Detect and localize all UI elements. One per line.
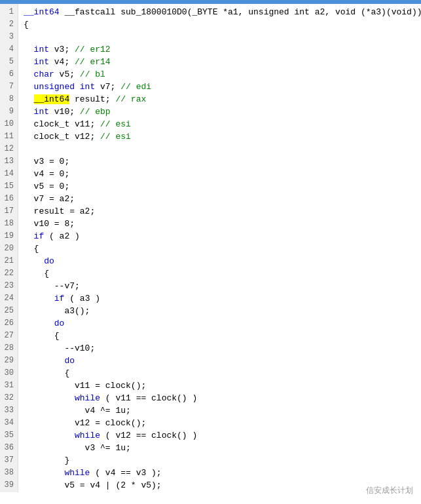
line-number: 9 bbox=[3, 106, 14, 119]
code-token: ( v12 == clock() ) bbox=[100, 431, 197, 440]
line-number: 27 bbox=[3, 330, 14, 343]
line-number: 6 bbox=[3, 69, 14, 81]
code-token: { bbox=[24, 331, 60, 341]
code-token: { bbox=[24, 269, 49, 279]
code-line: v12 = clock(); bbox=[24, 417, 416, 430]
line-number: 3 bbox=[3, 31, 14, 44]
watermark: 信安成长计划 bbox=[366, 485, 413, 496]
code-line: v4 ^= 1u; bbox=[24, 405, 416, 417]
highlighted-token: __int64 bbox=[34, 94, 70, 104]
keyword-token: if bbox=[24, 294, 64, 303]
code-line: unsigned int v7; // edi bbox=[24, 81, 416, 94]
code-token: v4 = 0; bbox=[24, 169, 69, 179]
keyword-token: __int64 bbox=[24, 7, 60, 17]
code-line: --v10; bbox=[24, 343, 416, 355]
comment-token: // bl bbox=[80, 69, 105, 79]
line-number: 20 bbox=[3, 243, 14, 256]
line-number: 10 bbox=[3, 119, 14, 131]
comment-token: // esi bbox=[100, 119, 131, 129]
line-number: 22 bbox=[3, 268, 14, 281]
code-line: while ( v11 == clock() ) bbox=[24, 393, 416, 405]
keyword-token: while bbox=[24, 393, 100, 403]
line-number: 29 bbox=[3, 355, 14, 368]
line-number: 31 bbox=[3, 380, 14, 393]
code-line: a3(); bbox=[24, 305, 416, 318]
code-line: do bbox=[24, 318, 416, 330]
keyword-token: unsigned int bbox=[24, 82, 95, 92]
code-container: 1234567891011121314151617181920212223242… bbox=[0, 4, 421, 492]
comment-token: // rax bbox=[115, 94, 146, 104]
code-token: { bbox=[24, 20, 29, 29]
code-line: v10 = 8; bbox=[24, 218, 416, 231]
line-number: 34 bbox=[3, 417, 14, 430]
code-token: ( v4 == v3 ); bbox=[90, 468, 161, 478]
line-number: 13 bbox=[3, 156, 14, 168]
comment-token: // edi bbox=[120, 82, 151, 92]
code-token bbox=[24, 94, 34, 104]
code-token: { bbox=[24, 244, 39, 254]
code-line: v11 = clock(); bbox=[24, 380, 416, 393]
keyword-token: if bbox=[24, 231, 44, 241]
code-line: do bbox=[24, 355, 416, 368]
code-token: v3; bbox=[49, 45, 75, 54]
code-line: { bbox=[24, 268, 416, 281]
code-line: { bbox=[24, 330, 416, 343]
code-token: v4 ^= 1u; bbox=[24, 406, 131, 416]
line-number: 7 bbox=[3, 81, 14, 94]
code-token: v5 = 0; bbox=[24, 182, 69, 191]
keyword-token: char bbox=[24, 69, 54, 79]
code-token: v5 = v4 | (2 * v5); bbox=[24, 480, 162, 490]
code-line: { bbox=[24, 243, 416, 256]
code-line: char v5; // bl bbox=[24, 69, 416, 81]
line-number: 5 bbox=[3, 56, 14, 69]
code-token: --v10; bbox=[24, 343, 95, 353]
line-number: 17 bbox=[3, 206, 14, 218]
code-token: v5; bbox=[54, 69, 80, 79]
keyword-token: do bbox=[24, 356, 75, 366]
comment-token: // er12 bbox=[75, 45, 111, 54]
code-token: } bbox=[24, 456, 69, 465]
line-number: 36 bbox=[3, 442, 14, 455]
code-line: do bbox=[24, 256, 416, 268]
line-number: 15 bbox=[3, 181, 14, 193]
code-token: v11 = clock(); bbox=[24, 381, 146, 391]
line-number: 16 bbox=[3, 193, 14, 206]
code-token: clock_t v11; bbox=[24, 119, 100, 129]
code-token bbox=[24, 144, 34, 154]
line-number: 35 bbox=[3, 430, 14, 442]
line-number: 2 bbox=[3, 19, 14, 31]
line-numbers: 1234567891011121314151617181920212223242… bbox=[0, 4, 18, 492]
code-line: while ( v4 == v3 ); bbox=[24, 467, 416, 480]
code-line: clock_t v12; // esi bbox=[24, 131, 416, 144]
keyword-token: while bbox=[24, 468, 90, 478]
comment-token: // esi bbox=[100, 132, 131, 142]
line-number: 30 bbox=[3, 368, 14, 380]
keyword-token: while bbox=[24, 431, 100, 440]
line-number: 32 bbox=[3, 393, 14, 405]
code-line: v5 = 0; bbox=[24, 181, 416, 193]
line-number: 4 bbox=[3, 44, 14, 56]
line-number: 12 bbox=[3, 144, 14, 156]
line-number: 1 bbox=[3, 7, 14, 19]
code-token: v3 ^= 1u; bbox=[24, 443, 131, 453]
code-line: if ( a3 ) bbox=[24, 293, 416, 305]
code-token: v7; bbox=[95, 82, 120, 92]
line-number: 8 bbox=[3, 94, 14, 106]
code-line: v4 = 0; bbox=[24, 168, 416, 181]
code-line: __int64 result; // rax bbox=[24, 94, 416, 106]
line-number: 28 bbox=[3, 343, 14, 355]
line-number: 38 bbox=[3, 467, 14, 480]
code-line: int v4; // er14 bbox=[24, 56, 416, 69]
code-line bbox=[24, 31, 416, 44]
code-line bbox=[24, 144, 416, 156]
code-token: result = a2; bbox=[24, 206, 95, 216]
code-token: v3 = 0; bbox=[24, 157, 69, 166]
comment-token: // er14 bbox=[75, 57, 111, 67]
code-line: v3 = 0; bbox=[24, 156, 416, 168]
code-line: { bbox=[24, 368, 416, 380]
keyword-token: int bbox=[24, 45, 49, 54]
code-token: a3(); bbox=[24, 306, 90, 316]
keyword-token: int bbox=[24, 57, 49, 67]
code-token: v7 = a2; bbox=[24, 194, 75, 204]
comment-token: // ebp bbox=[80, 107, 111, 117]
